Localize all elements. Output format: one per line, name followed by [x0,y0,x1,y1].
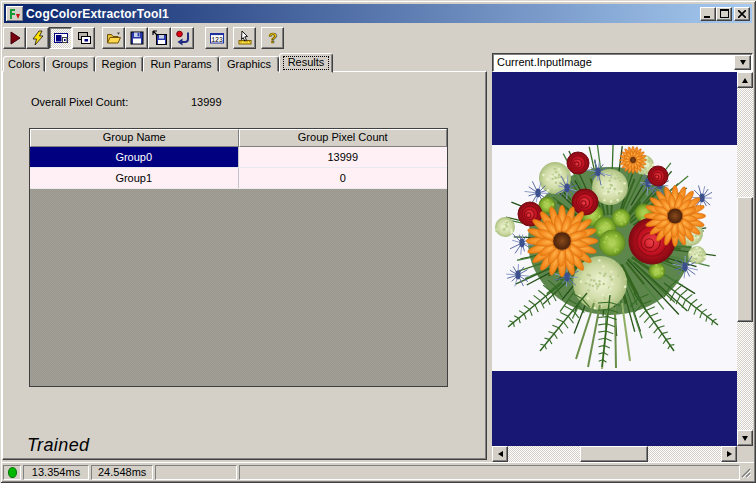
show-last-run-record-button[interactable] [72,27,95,49]
svg-text:123: 123 [211,37,223,44]
vertical-scrollbar[interactable] [737,72,753,446]
numeric-results-icon: 123 [209,30,225,46]
close-icon [738,10,746,18]
horizontal-scrollbar[interactable] [492,446,737,462]
last-run-record-icon [76,30,92,46]
tab-region[interactable]: Region [95,56,143,72]
tab-label: Groups [52,58,88,70]
tab-graphics[interactable]: Graphics [219,56,279,72]
status-time-1: 13.354ms [23,465,89,480]
tab-label: Region [102,58,137,70]
tab-groups[interactable]: Groups [45,56,95,72]
electrode-icon [237,30,253,46]
tab-label: Graphics [227,58,271,70]
scroll-down-button[interactable] [737,430,753,446]
reset-button[interactable] [171,27,194,49]
image-display[interactable] [492,72,737,446]
scroll-left-button[interactable] [492,446,508,462]
titlebar[interactable]: CogColorExtractorTool1 [4,4,752,23]
arrow-down-icon [742,436,748,441]
column-header-group-pixel-count[interactable]: Group Pixel Count [239,129,448,147]
image-panel: Current.InputImage [492,53,753,462]
status-indicator-panel [3,465,21,480]
combo-dropdown-button[interactable] [734,55,751,70]
arrow-left-icon [498,451,503,457]
tab-bar: Colors Groups Region Run Params Graphics… [3,53,333,72]
scroll-up-button[interactable] [737,72,753,88]
minimize-icon [704,10,712,18]
tab-label: Results [288,56,325,68]
maximize-icon [720,9,729,18]
reset-icon [175,30,191,46]
cell-group-pixel-count[interactable]: 0 [239,168,448,188]
close-button[interactable] [734,7,750,21]
tab-colors[interactable]: Colors [3,56,45,72]
numeric-results-button[interactable]: 123 [205,27,228,49]
overall-pixel-count-label: Overall Pixel Count: [31,96,128,108]
arrow-up-icon [742,78,748,83]
save-subset-button[interactable] [148,27,171,49]
maximize-button[interactable] [716,7,732,21]
help-button[interactable]: ? [261,27,284,49]
window: CogColorExtractorTool1 [0,0,756,483]
input-image [492,145,737,371]
status-panel-3 [155,465,237,480]
column-header-group-name[interactable]: Group Name [30,129,239,147]
save-subset-icon [152,30,168,46]
open-file-button[interactable] [102,27,125,49]
toolbar: 123 ? [3,27,284,49]
tab-label: Colors [8,58,40,70]
svg-text:?: ? [268,30,277,46]
tab-run-params[interactable]: Run Params [143,56,219,72]
open-folder-icon [106,30,122,46]
save-button[interactable] [125,27,148,49]
app-icon [6,6,23,21]
combo-value: Current.InputImage [493,54,733,71]
table-row-group0[interactable]: Group0 13999 [30,147,447,168]
scroll-right-button[interactable] [721,446,737,462]
table-header-row: Group Name Group Pixel Count [30,129,447,147]
cell-group-pixel-count[interactable]: 13999 [239,147,448,167]
image-selector-combo[interactable]: Current.InputImage [492,53,753,72]
minimize-button[interactable] [700,7,716,21]
vertical-scroll-thumb[interactable] [737,197,753,322]
window-title: CogColorExtractorTool1 [26,7,700,21]
resize-grip[interactable] [739,466,751,478]
image-record-icon [53,30,69,46]
image-viewport [492,72,753,462]
status-green-dot [8,467,17,478]
status-panel-4 [239,465,740,480]
chevron-down-icon [740,60,746,65]
run-button[interactable] [3,27,26,49]
results-panel: Overall Pixel Count: 13999 Group Name Gr… [2,71,487,460]
tab-results[interactable]: Results [279,53,333,73]
run-icon [7,30,23,46]
scrollbar-corner [737,446,753,462]
tab-label: Run Params [150,58,211,70]
status-time-2: 24.548ms [91,465,153,480]
horizontal-scroll-thumb[interactable] [580,446,648,462]
overall-pixel-count-value: 13999 [191,96,222,108]
save-icon [129,30,145,46]
electrode-button[interactable] [233,27,256,49]
results-table: Group Name Group Pixel Count Group0 1399… [29,128,448,387]
electric-run-button[interactable] [26,27,49,49]
show-image-record-button[interactable] [49,27,72,49]
arrow-right-icon [727,451,732,457]
lightning-icon [30,30,46,46]
help-icon: ? [265,30,281,46]
cell-group-name[interactable]: Group0 [30,147,239,167]
trained-status: Trained [27,435,90,456]
status-bar: 13.354ms 24.548ms [2,462,754,481]
cell-group-name[interactable]: Group1 [30,168,239,188]
table-row-group1[interactable]: Group1 0 [30,168,447,189]
